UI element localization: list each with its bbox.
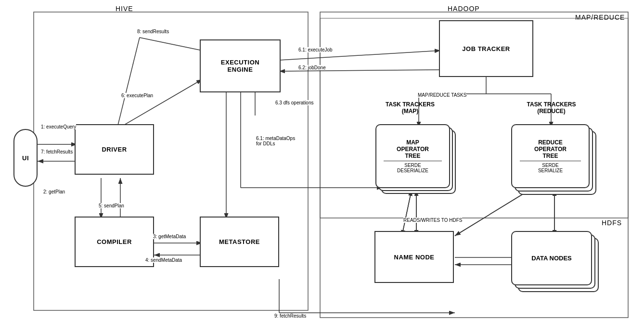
job-tracker-box: JOB TRACKER (439, 20, 533, 77)
map-reduce-label: MAP/REDUCE (575, 13, 625, 21)
arrow-send-results-line (140, 38, 202, 51)
metastore-box: METASTORE (200, 217, 279, 267)
label-send-results: 8: sendResults (137, 29, 169, 34)
task-trackers-reduce-label: TASK TRACKERS(REDUCE) (509, 101, 593, 115)
hive-label: HIVE (116, 5, 133, 13)
compiler-box: COMPILER (75, 217, 154, 267)
reduce-operator-tree-stack: REDUCEOPERATORTREE SERDESERIALIZE (511, 124, 595, 194)
ui-box: UI (13, 129, 38, 187)
arrow-send-results-line2 (116, 38, 140, 135)
architecture-diagram: HIVE HADOOP MAP/REDUCE HDFS UI DRIVER CO… (0, 0, 644, 333)
label-send-metadata: 4: sendMetaData (145, 257, 182, 263)
name-node-box: NAME NODE (374, 231, 454, 283)
label-get-metadata: 3: getMetaData (153, 234, 186, 239)
label-fetch-results-ui: 7: fetchResults (41, 149, 73, 154)
hdfs-label: HDFS (602, 219, 622, 227)
data-nodes-stack: DATA NODES (511, 231, 598, 291)
reduce-operator-tree-box: REDUCEOPERATORTREE SERDESERIALIZE (511, 124, 590, 188)
label-map-reduce-tasks: MAP/REDUCE TASKS (418, 92, 466, 98)
map-divider (384, 161, 442, 161)
label-send-plan: 5: sendPlan (99, 203, 124, 208)
arrow-reduce-nn (455, 190, 529, 236)
hadoop-label: HADOOP (448, 5, 480, 13)
label-execute-query: 1: executeQuery (41, 124, 76, 129)
execution-engine-box: EXECUTIONENGINE (200, 39, 281, 92)
label-fetch-results-bottom: 9: fetchResults (274, 313, 306, 319)
arrow-map-nn-1 (402, 190, 412, 236)
arrow-nn-reduce (455, 190, 529, 236)
map-operator-tree-stack: MAPOPERATORTREE SERDEDESERIALIZE (375, 124, 455, 194)
label-get-plan: 2: getPlan (43, 189, 65, 194)
data-nodes-box: DATA NODES (511, 231, 592, 285)
label-reads-writes: READS/WRITES TO HDFS (403, 218, 462, 223)
driver-box: DRIVER (75, 124, 154, 175)
arrow-execute-plan (116, 79, 202, 130)
label-metadata-ddl: 6.1: metaDataOpsfor DDLs (256, 136, 295, 146)
label-execute-job: 6.1: executeJob (298, 47, 333, 52)
map-operator-tree-box: MAPOPERATORTREE SERDEDESERIALIZE (375, 124, 450, 188)
label-execute-plan: 6: executePlan (121, 93, 153, 98)
reduce-divider (520, 161, 581, 161)
arrow-nn-map-1 (402, 190, 412, 236)
task-trackers-map-label: TASK TRACKERS(MAP) (372, 101, 449, 115)
label-job-done: 6.2: jobDone (298, 65, 326, 70)
label-dfs-operations: 6.3 dfs operations (275, 100, 314, 105)
